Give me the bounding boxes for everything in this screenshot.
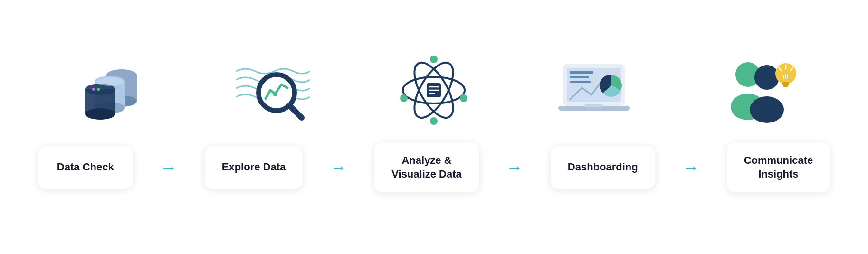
svg-rect-29 bbox=[570, 71, 593, 74]
step-label-analyze-visualize: Analyze &Visualize Data bbox=[391, 154, 462, 181]
step-label-dashboarding: Dashboarding bbox=[568, 160, 638, 174]
dashboard-icon bbox=[558, 57, 634, 123]
dashboard-icon-slot bbox=[549, 52, 644, 128]
explore-data-icon bbox=[231, 57, 312, 123]
svg-point-24 bbox=[460, 94, 467, 102]
atom-icon bbox=[398, 55, 469, 126]
communicate-icon-slot bbox=[711, 52, 806, 128]
svg-point-11 bbox=[96, 77, 123, 86]
svg-rect-40 bbox=[782, 82, 789, 85]
svg-rect-41 bbox=[783, 85, 788, 87]
arrow-2: → bbox=[330, 158, 347, 178]
step-card-analyze-visualize: Analyze &Visualize Data bbox=[374, 142, 479, 192]
workflow-container: Data Check → Explore Data → Analyze &Vis… bbox=[0, 38, 868, 216]
explore-icon-slot bbox=[224, 52, 319, 128]
icons-row bbox=[29, 52, 839, 128]
svg-point-23 bbox=[430, 56, 438, 63]
step-card-dashboarding: Dashboarding bbox=[551, 146, 655, 189]
step-card-data-check: Data Check bbox=[38, 146, 133, 189]
database-icon-slot bbox=[62, 52, 157, 128]
step-label-data-check: Data Check bbox=[57, 160, 114, 174]
arrow-4: → bbox=[682, 158, 699, 178]
svg-point-38 bbox=[750, 96, 784, 123]
step-card-communicate-insights: CommunicateInsights bbox=[727, 142, 830, 192]
svg-point-14 bbox=[273, 92, 277, 96]
step-card-explore-data: Explore Data bbox=[205, 146, 303, 189]
svg-rect-34 bbox=[584, 104, 603, 107]
svg-line-15 bbox=[290, 106, 302, 118]
svg-point-10 bbox=[97, 88, 100, 91]
svg-point-26 bbox=[430, 117, 438, 125]
cards-row: Data Check → Explore Data → Analyze &Vis… bbox=[29, 142, 839, 192]
svg-rect-30 bbox=[570, 76, 589, 78]
arrow-1: → bbox=[160, 158, 177, 178]
svg-point-37 bbox=[754, 65, 779, 90]
database-icon bbox=[76, 57, 143, 123]
step-label-explore-data: Explore Data bbox=[222, 160, 286, 174]
svg-point-25 bbox=[400, 94, 408, 102]
communicate-insights-icon bbox=[715, 55, 801, 126]
svg-point-9 bbox=[92, 88, 95, 91]
svg-rect-31 bbox=[570, 81, 591, 83]
atom-icon-slot bbox=[386, 52, 481, 128]
arrow-3: → bbox=[506, 158, 523, 178]
step-label-communicate-insights: CommunicateInsights bbox=[744, 154, 813, 181]
svg-point-8 bbox=[85, 108, 115, 120]
